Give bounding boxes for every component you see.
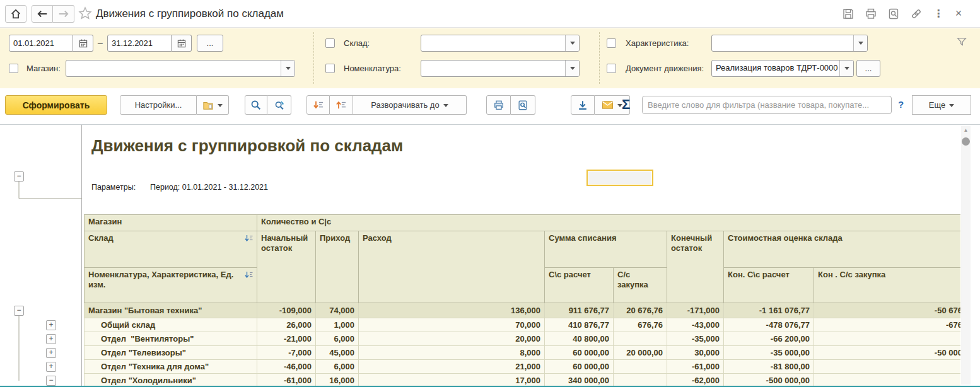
sort-icon[interactable] xyxy=(245,271,253,279)
characteristic-combo[interactable] xyxy=(711,35,868,52)
store-checkbox[interactable] xyxy=(9,64,18,73)
col-header-nomenclature[interactable]: Номенклатура, Характеристика, Ед. изм. xyxy=(85,268,257,303)
row-value: 21,000 xyxy=(359,360,545,374)
row-value: 8,000 xyxy=(359,346,545,360)
sort-icon[interactable] xyxy=(245,234,253,242)
row-name: Отдел "Вентиляторы" xyxy=(85,332,257,346)
favorite-star-icon[interactable] xyxy=(78,6,92,20)
expand-to-button[interactable]: Разворачивать до xyxy=(353,95,467,115)
document-more-button[interactable]: ... xyxy=(856,60,880,77)
row-value: 60 000,00 xyxy=(545,346,614,360)
row-value: -21,000 xyxy=(257,332,316,346)
preview-icon[interactable] xyxy=(887,8,900,20)
filter-separator xyxy=(599,32,600,84)
expand-groups-button[interactable] xyxy=(306,95,330,115)
row-value xyxy=(814,332,961,346)
table-row[interactable]: Отдел "Телевизоры"-7,00045,0008,00060 00… xyxy=(85,346,961,360)
tree-gutter: −−++++− xyxy=(0,125,82,387)
more-button[interactable]: Еще xyxy=(912,95,971,115)
col-header-end-balance: Конечный остаток xyxy=(667,231,724,303)
search-next-button[interactable] xyxy=(267,95,291,115)
col-header-warehouse[interactable]: Склад xyxy=(85,231,257,268)
characteristic-checkbox[interactable] xyxy=(607,38,616,48)
collapse-expander-icon[interactable]: − xyxy=(14,171,24,182)
row-value: -66 200,00 xyxy=(724,332,814,346)
filter-funnel-icon[interactable] xyxy=(956,36,967,47)
menu-kebab-icon[interactable]: ⋮ xyxy=(932,8,945,20)
row-value: 26,000 xyxy=(257,318,316,332)
collapse-expander-icon[interactable]: − xyxy=(14,306,24,316)
more-label: Еще xyxy=(929,100,945,110)
save-export-button[interactable] xyxy=(571,95,595,115)
calendar-button[interactable] xyxy=(172,35,192,52)
warehouse-checkbox[interactable] xyxy=(325,38,335,48)
chevron-down-icon[interactable] xyxy=(565,35,579,51)
forward-button[interactable] xyxy=(53,5,74,23)
calendar-button[interactable] xyxy=(73,35,93,52)
row-value: 74,000 xyxy=(316,303,359,318)
row-value: 70,000 xyxy=(359,318,545,332)
document-checkbox[interactable] xyxy=(607,64,616,73)
table-row[interactable]: Общий склад26,0001,00070,000410 876,7767… xyxy=(85,318,961,332)
store-label: Магазин: xyxy=(26,64,61,73)
store-combo[interactable] xyxy=(66,60,295,77)
search-button[interactable] xyxy=(245,95,267,115)
help-button[interactable]: ? xyxy=(898,99,904,110)
table-row[interactable]: Отдел "Холодильники"-61,00016,00017,0003… xyxy=(85,374,961,387)
chevron-down-icon[interactable] xyxy=(565,61,579,76)
period-more-button[interactable]: ... xyxy=(197,35,223,52)
search-refresh-icon xyxy=(274,100,285,111)
expand-expander-icon[interactable]: + xyxy=(46,348,56,358)
print-icon[interactable] xyxy=(865,8,877,20)
row-value: 6,000 xyxy=(316,360,359,374)
chevron-down-icon[interactable] xyxy=(281,61,295,76)
vertical-scrollbar[interactable]: ▲ xyxy=(961,126,971,384)
quick-filter-input[interactable] xyxy=(642,96,892,114)
row-value: -171,000 xyxy=(667,303,724,318)
row-value xyxy=(814,374,961,387)
back-button[interactable] xyxy=(32,5,53,23)
row-value: 20 676,76 xyxy=(614,303,667,318)
scrollbar-thumb[interactable] xyxy=(962,137,970,146)
row-value: -50 676,76 xyxy=(814,303,961,318)
chevron-down-icon[interactable] xyxy=(839,61,853,76)
settings-button[interactable]: Настройки... xyxy=(120,95,197,115)
nomenclature-combo[interactable] xyxy=(421,60,580,77)
table-row[interactable]: Отдел "Вентиляторы"-21,0006,00020,00040 … xyxy=(85,332,961,346)
collapse-groups-button[interactable] xyxy=(330,95,353,115)
col-header-cost-calc: С\с расчет xyxy=(545,268,614,303)
document-combo[interactable]: Реализация товаров ТДРТ-0000 xyxy=(711,60,854,77)
col-header-begin-balance: Начальный остаток xyxy=(257,231,316,303)
table-row[interactable]: Отдел "Техника для дома"-46,0006,00021,0… xyxy=(85,360,961,374)
expand-expander-icon[interactable]: + xyxy=(46,362,56,372)
expand-expander-icon[interactable]: + xyxy=(46,334,56,344)
col-header-end-cost-purchase: Кон . С/с закупка xyxy=(814,268,961,303)
report-table: Магазин Количество и С|с Склад Начальный… xyxy=(84,214,960,387)
group-row[interactable]: Магазин "Бытовая техника"-109,00074,0001… xyxy=(85,303,961,318)
date-from-input[interactable] xyxy=(9,35,73,52)
document-label: Документ движения: xyxy=(626,64,704,73)
nomenclature-checkbox[interactable] xyxy=(325,64,335,73)
close-icon[interactable]: × xyxy=(952,8,965,20)
home-button[interactable] xyxy=(5,5,26,23)
date-to-input[interactable] xyxy=(107,35,172,52)
back-arrow-icon xyxy=(37,9,48,18)
selected-cell[interactable] xyxy=(586,170,653,186)
print-preview-button[interactable] xyxy=(511,95,535,115)
printer-icon xyxy=(493,100,505,111)
expand-expander-icon[interactable]: + xyxy=(46,320,56,330)
chevron-down-icon xyxy=(949,104,954,110)
col-header-stock-valuation: Стоимостная оценка склада xyxy=(724,231,961,268)
totals-sigma-button[interactable]: Σ xyxy=(622,96,630,113)
report-variants-button[interactable] xyxy=(197,95,229,115)
scroll-up-icon[interactable]: ▲ xyxy=(961,127,971,133)
row-value: -81 800,00 xyxy=(724,360,814,374)
generate-button[interactable]: Сформировать xyxy=(5,95,107,115)
link-icon[interactable] xyxy=(910,8,923,20)
warehouse-combo[interactable] xyxy=(421,35,580,52)
chevron-down-icon[interactable] xyxy=(853,35,867,51)
save-icon[interactable] xyxy=(842,8,855,20)
row-value: -109,000 xyxy=(257,303,316,318)
print-button[interactable] xyxy=(486,95,511,115)
collapse-expander-icon[interactable]: − xyxy=(46,376,56,386)
